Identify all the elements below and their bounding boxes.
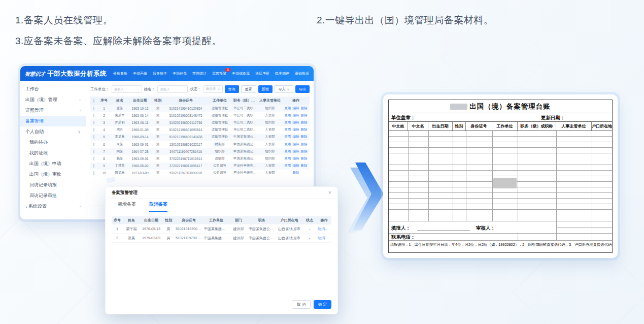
row-action-link[interactable]: 查看 bbox=[285, 156, 291, 161]
sidebar: 工作台 出国（境）管理 › 证照管理 › 备案管理 bbox=[20, 81, 86, 219]
reviewer-label: 审核人： bbox=[476, 225, 495, 232]
row-action-link[interactable]: 删除 bbox=[301, 127, 308, 132]
row-action-link[interactable]: 编辑 bbox=[293, 106, 299, 111]
row-action-link[interactable]: 删除 bbox=[301, 106, 308, 111]
row-action-link[interactable]: 查看 bbox=[285, 113, 291, 118]
row-action-link[interactable]: 编辑 bbox=[293, 156, 299, 161]
sidebar-item[interactable]: 我的待办 bbox=[20, 137, 86, 148]
sidebar-item[interactable]: 回访记录审批 bbox=[20, 190, 86, 201]
row-checkbox[interactable] bbox=[93, 143, 94, 146]
sidebar-item[interactable]: ● 系统设置 › bbox=[20, 201, 86, 212]
row-action-link[interactable]: 编辑 bbox=[293, 120, 299, 125]
app-header: 智慧识才 干部大数据分析系统 分析看板 干部画像 领导班子 bbox=[20, 66, 314, 81]
redacted-block bbox=[450, 104, 467, 110]
row-checkbox[interactable] bbox=[93, 164, 94, 168]
cancel-record-link[interactable]: 取消备案 bbox=[317, 236, 331, 241]
nav-item[interactable]: 民主测评 bbox=[275, 71, 289, 76]
sidebar-item[interactable]: 工作台 bbox=[20, 84, 86, 94]
warning-modal: 备案预警管理 × 新增备案 取消备案 序号姓名出生日期性别身份证号工作单位部门职… bbox=[105, 186, 338, 314]
table-row: 4 周兵 1965-01-09 男 510214196501090814 运输管… bbox=[90, 126, 310, 134]
add-button[interactable]: 新增 bbox=[258, 85, 273, 93]
sidebar-item[interactable]: 我的证照 bbox=[20, 148, 86, 158]
row-action-link[interactable]: 编辑 bbox=[293, 142, 299, 147]
row-action-link[interactable]: 编辑 bbox=[293, 164, 299, 168]
nav-item[interactable]: 基础数据 bbox=[295, 71, 309, 76]
column-header: 性别 bbox=[453, 122, 466, 131]
modal-tab[interactable]: 新增备案 bbox=[118, 201, 136, 212]
nav-item[interactable]: 领导班子 bbox=[153, 71, 167, 76]
import-button[interactable]: 导入∨ bbox=[275, 85, 293, 93]
row-action-link[interactable]: 查看 bbox=[285, 106, 291, 111]
export-button[interactable]: 导出 bbox=[295, 85, 310, 93]
unit-filter-input[interactable] bbox=[112, 85, 142, 93]
ledger-table: 出国（境）备案管理台账 单位盖章： 更新日期： 中文姓中文名出生日期性别身份证号… bbox=[388, 100, 613, 253]
close-icon[interactable]: × bbox=[328, 190, 331, 196]
unit-filter-label: 工作单位： bbox=[90, 87, 110, 92]
nav-item[interactable]: 谈话考察 bbox=[255, 71, 269, 76]
column-header: 身份证号 bbox=[175, 218, 203, 223]
row-checkbox[interactable] bbox=[93, 107, 94, 110]
row-action-link[interactable]: 删除 bbox=[301, 149, 308, 154]
row-checkbox[interactable] bbox=[93, 114, 94, 117]
table-row: 6 朱某 1963-09-01 男 130102196801022117 财务部… bbox=[90, 141, 310, 148]
sidebar-item[interactable]: 出国（境）审批 bbox=[20, 169, 86, 180]
row-checkbox[interactable] bbox=[93, 150, 94, 153]
confirm-button[interactable]: 确 定 bbox=[314, 300, 331, 309]
column-header: 序号 bbox=[112, 218, 123, 223]
row-checkbox[interactable] bbox=[93, 171, 94, 175]
row-action-link[interactable]: 删除 bbox=[301, 156, 308, 161]
select-all-checkbox[interactable] bbox=[93, 99, 94, 103]
row-action-link[interactable]: 查看 bbox=[285, 149, 291, 154]
modal-tab[interactable]: 取消备案 bbox=[149, 201, 167, 212]
row-action-link[interactable]: 删除 bbox=[301, 113, 308, 118]
column-header: 姓名 bbox=[123, 218, 140, 223]
row-action-link[interactable]: 删除 bbox=[301, 120, 308, 125]
nav-item[interactable]: 监督预警 21 bbox=[212, 71, 226, 76]
row-action-link[interactable]: 删除 bbox=[301, 135, 308, 139]
sidebar-item[interactable]: 备案管理 bbox=[20, 116, 86, 126]
search-button[interactable]: 查询 bbox=[225, 85, 239, 93]
cancel-button[interactable]: 取 消 bbox=[292, 300, 311, 309]
sidebar-item[interactable]: 个人自助 ∨ bbox=[20, 126, 86, 137]
sidebar-item[interactable]: 出国（境）申请 bbox=[20, 158, 86, 169]
column-header: 出生日期 bbox=[140, 218, 162, 223]
nav-item[interactable]: 干部储备库 bbox=[232, 71, 250, 76]
row-action-link[interactable]: 查看 bbox=[285, 164, 291, 168]
column-header: 状态 bbox=[302, 218, 317, 223]
cancel-record-link[interactable]: 取消备案 bbox=[317, 226, 331, 232]
column-header: 身份证号 bbox=[466, 122, 492, 131]
row-action-link[interactable]: 查看 bbox=[285, 135, 291, 139]
nav-item[interactable]: 查询统计 bbox=[192, 71, 207, 76]
row-action-link[interactable]: 删除 bbox=[301, 142, 308, 147]
column-header: 职务（级）或职称 bbox=[518, 122, 556, 131]
row-checkbox[interactable] bbox=[93, 128, 94, 132]
row-action-link[interactable]: 编辑 bbox=[293, 149, 299, 154]
sidebar-item[interactable]: 证照管理 › bbox=[20, 105, 86, 116]
row-action-link[interactable]: 编辑 bbox=[293, 113, 299, 118]
column-header: 工作单位 bbox=[203, 218, 229, 223]
sidebar-item[interactable]: 出国（境）管理 › bbox=[20, 94, 86, 105]
nav-item[interactable]: 干部任免 bbox=[173, 71, 187, 76]
document-title: 出国（境）备案管理台账 bbox=[469, 102, 551, 111]
status-select[interactable]: 请选择 ∨ bbox=[204, 85, 223, 93]
row-action-link[interactable]: 删除 bbox=[301, 164, 308, 168]
row-action-link[interactable]: 编辑 bbox=[293, 127, 299, 132]
row-action-link[interactable]: 查看 bbox=[285, 127, 291, 132]
column-header: 户口所在地 bbox=[276, 218, 302, 223]
row-checkbox[interactable] bbox=[93, 121, 94, 124]
name-filter-input[interactable] bbox=[157, 85, 188, 93]
nav-item[interactable]: 干部画像 bbox=[133, 71, 147, 76]
row-checkbox[interactable] bbox=[93, 157, 94, 160]
nav-item[interactable]: 分析看板 bbox=[113, 71, 127, 76]
row-action-link[interactable]: 查看 bbox=[285, 120, 291, 125]
reset-button[interactable]: 重置 bbox=[241, 85, 256, 93]
update-date-label: 更新日期： bbox=[541, 115, 565, 121]
row-action-link[interactable]: 删除 bbox=[293, 171, 299, 175]
row-action-link[interactable]: 编辑 bbox=[293, 135, 299, 139]
row-action-link[interactable]: 查看 bbox=[285, 142, 291, 147]
chevron-icon: › bbox=[79, 204, 81, 209]
sidebar-item[interactable]: 回访记录填报 bbox=[20, 180, 86, 190]
table-row: 9 丁博某 1968-05-02 男 372022198011095417 公司… bbox=[90, 163, 310, 170]
table-row: 7 陶某 1964-07-28 男 340711195407286416 组织部… bbox=[90, 148, 310, 155]
row-checkbox[interactable] bbox=[93, 135, 94, 139]
